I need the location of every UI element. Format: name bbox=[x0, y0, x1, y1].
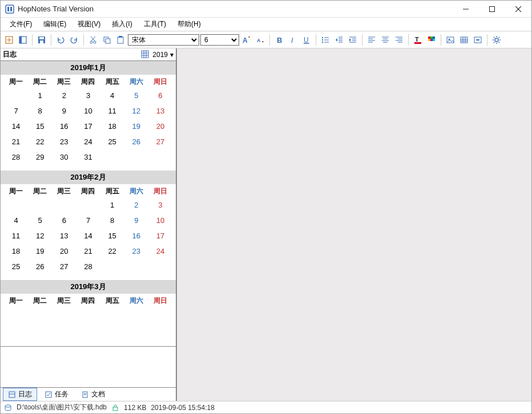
tab-journal[interactable]: 日志 bbox=[3, 388, 37, 401]
editor-area[interactable] bbox=[176, 48, 531, 401]
day-cell[interactable]: 17 bbox=[76, 122, 100, 131]
font-color-button[interactable]: T bbox=[412, 34, 424, 46]
day-cell[interactable]: 2 bbox=[124, 201, 148, 209]
day-cell[interactable]: 4 bbox=[100, 91, 124, 100]
day-cell[interactable]: 22 bbox=[28, 137, 52, 146]
day-cell[interactable]: 9 bbox=[52, 107, 76, 115]
copy-button[interactable] bbox=[100, 34, 113, 46]
day-cell[interactable]: 25 bbox=[100, 137, 124, 146]
day-cell[interactable]: 26 bbox=[124, 137, 148, 146]
menu-tools[interactable]: 工具(T) bbox=[138, 18, 172, 30]
day-cell[interactable]: 3 bbox=[148, 201, 172, 209]
menu-view[interactable]: 视图(V) bbox=[72, 18, 106, 30]
day-cell[interactable]: 12 bbox=[28, 232, 52, 240]
insert-image-button[interactable] bbox=[444, 34, 457, 46]
day-cell[interactable]: 18 bbox=[100, 122, 124, 131]
day-cell[interactable]: 8 bbox=[100, 216, 124, 225]
indent-button[interactable] bbox=[346, 34, 359, 46]
day-cell[interactable]: 1 bbox=[100, 201, 124, 209]
menu-insert[interactable]: 插入(I) bbox=[106, 18, 138, 30]
day-cell[interactable]: 2 bbox=[52, 91, 76, 100]
day-cell[interactable]: 19 bbox=[28, 247, 52, 255]
align-left-button[interactable] bbox=[365, 34, 378, 46]
day-cell[interactable]: 29 bbox=[28, 153, 52, 161]
day-cell[interactable]: 18 bbox=[4, 247, 28, 255]
maximize-button[interactable] bbox=[479, 1, 505, 18]
day-cell[interactable]: 20 bbox=[52, 247, 76, 255]
day-cell[interactable]: 24 bbox=[148, 247, 172, 255]
day-cell[interactable]: 3 bbox=[76, 91, 100, 100]
insert-link-button[interactable] bbox=[471, 34, 484, 46]
minimize-button[interactable] bbox=[453, 1, 479, 18]
new-note-button[interactable] bbox=[3, 34, 15, 46]
day-cell[interactable]: 10 bbox=[76, 107, 100, 115]
font-family-select[interactable]: 宋体 bbox=[128, 34, 199, 46]
day-cell[interactable]: 14 bbox=[4, 122, 28, 131]
day-cell[interactable]: 13 bbox=[148, 107, 172, 115]
day-cell[interactable]: 4 bbox=[4, 216, 28, 225]
italic-button[interactable]: I bbox=[287, 34, 299, 46]
settings-button[interactable] bbox=[490, 34, 503, 46]
font-size-select[interactable]: 6 bbox=[200, 34, 239, 46]
day-cell[interactable]: 9 bbox=[124, 216, 148, 225]
bullet-list-button[interactable] bbox=[319, 34, 332, 46]
day-cell[interactable]: 13 bbox=[52, 232, 76, 240]
day-cell[interactable]: 26 bbox=[28, 262, 52, 271]
save-button[interactable] bbox=[35, 34, 48, 46]
decrease-font-button[interactable]: A bbox=[254, 34, 267, 46]
increase-font-button[interactable]: A bbox=[240, 34, 253, 46]
day-cell[interactable]: 15 bbox=[100, 232, 124, 240]
day-cell[interactable]: 7 bbox=[76, 216, 100, 225]
day-cell[interactable]: 21 bbox=[4, 137, 28, 146]
day-cell[interactable]: 27 bbox=[148, 137, 172, 146]
insert-table-button[interactable] bbox=[458, 34, 470, 46]
day-cell[interactable]: 17 bbox=[148, 232, 172, 240]
tab-tasks[interactable]: 任务 bbox=[39, 388, 74, 401]
menu-edit[interactable]: 编辑(E) bbox=[38, 18, 72, 30]
day-cell[interactable]: 27 bbox=[52, 262, 76, 271]
day-cell[interactable]: 5 bbox=[124, 91, 148, 100]
day-cell[interactable]: 19 bbox=[124, 122, 148, 131]
day-cell[interactable]: 11 bbox=[4, 232, 28, 240]
bold-button[interactable]: B bbox=[273, 34, 285, 46]
day-cell[interactable]: 1 bbox=[28, 91, 52, 100]
year-selector[interactable]: 2019 ▾ bbox=[141, 50, 174, 59]
tab-docs[interactable]: 文档 bbox=[76, 388, 110, 401]
day-cell[interactable]: 30 bbox=[52, 153, 76, 161]
day-cell[interactable]: 16 bbox=[52, 122, 76, 131]
align-center-button[interactable] bbox=[379, 34, 392, 46]
day-cell[interactable]: 7 bbox=[4, 107, 28, 115]
cut-button[interactable] bbox=[87, 34, 99, 46]
day-cell[interactable]: 6 bbox=[148, 91, 172, 100]
panel-button[interactable] bbox=[17, 34, 29, 46]
underline-button[interactable]: U bbox=[300, 34, 313, 46]
day-cell[interactable]: 31 bbox=[76, 153, 100, 161]
undo-button[interactable] bbox=[54, 34, 67, 46]
day-cell[interactable]: 12 bbox=[124, 107, 148, 115]
day-cell[interactable]: 11 bbox=[100, 107, 124, 115]
align-right-button[interactable] bbox=[393, 34, 405, 46]
day-cell[interactable]: 25 bbox=[4, 262, 28, 271]
day-cell[interactable]: 24 bbox=[76, 137, 100, 146]
menu-file[interactable]: 文件(F) bbox=[4, 18, 38, 30]
close-button[interactable] bbox=[505, 1, 531, 18]
day-cell[interactable]: 23 bbox=[124, 247, 148, 255]
day-cell[interactable]: 28 bbox=[76, 262, 100, 271]
day-cell[interactable]: 6 bbox=[52, 216, 76, 225]
day-cell[interactable]: 15 bbox=[28, 122, 52, 131]
highlight-color-button[interactable] bbox=[425, 34, 438, 46]
outdent-button[interactable] bbox=[333, 34, 345, 46]
menu-help[interactable]: 帮助(H) bbox=[172, 18, 207, 30]
day-cell[interactable]: 22 bbox=[100, 247, 124, 255]
day-cell[interactable]: 10 bbox=[148, 216, 172, 225]
paste-button[interactable] bbox=[114, 34, 127, 46]
day-cell[interactable]: 21 bbox=[76, 247, 100, 255]
day-cell[interactable]: 8 bbox=[28, 107, 52, 115]
calendar-scroll[interactable]: 2019年1月周一周二周三周四周五周六周日1234567891011121314… bbox=[1, 61, 176, 346]
day-cell[interactable]: 5 bbox=[28, 216, 52, 225]
day-cell[interactable]: 28 bbox=[4, 153, 28, 161]
day-cell[interactable]: 14 bbox=[76, 232, 100, 240]
day-cell[interactable]: 16 bbox=[124, 232, 148, 240]
day-cell[interactable]: 23 bbox=[52, 137, 76, 146]
day-cell[interactable]: 20 bbox=[148, 122, 172, 131]
